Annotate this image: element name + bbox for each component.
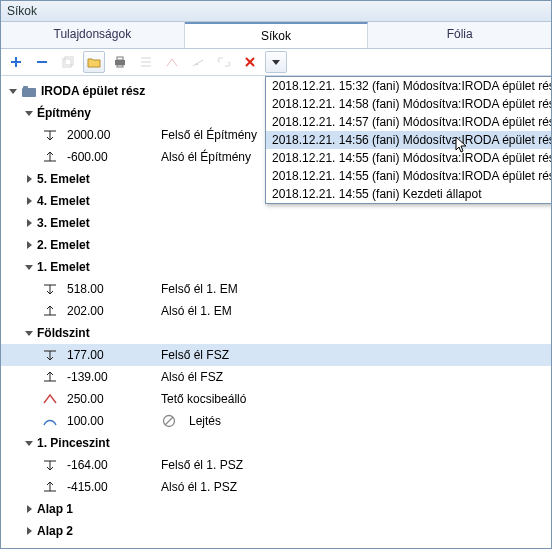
chevron-right-icon[interactable]: [23, 525, 35, 537]
history-item[interactable]: 2018.12.21. 14:55 (fani) Módosítva:IRODA…: [266, 167, 551, 185]
chevron-down-icon[interactable]: [23, 261, 35, 273]
tree-node-label: Alap 2: [37, 524, 73, 538]
open-folder-button[interactable]: [83, 51, 105, 73]
plane-value: -139.00: [67, 370, 131, 384]
svg-rect-6: [22, 88, 36, 97]
tree-node-label: 2. Emelet: [37, 238, 90, 252]
plane-row[interactable]: -139.00 Alsó él FSZ: [1, 366, 551, 388]
tree-node-label: 4. Emelet: [37, 194, 90, 208]
roof-button[interactable]: [161, 51, 183, 73]
tree-node-label: 5. Emelet: [37, 172, 90, 186]
svg-rect-3: [117, 57, 123, 60]
delete-button[interactable]: [239, 51, 261, 73]
chevron-right-icon[interactable]: [23, 217, 35, 229]
plane-desc-wrap: Lejtés: [161, 413, 221, 429]
slope-icon: [39, 414, 61, 428]
chevron-right-icon[interactable]: [23, 503, 35, 515]
tab-planes[interactable]: Síkok: [185, 22, 369, 48]
tree-node-floor[interactable]: 1. Emelet: [1, 256, 551, 278]
history-item[interactable]: 2018.12.21. 14:55 (fani) Módosítva:IRODA…: [266, 149, 551, 167]
plane-value: 177.00: [67, 348, 131, 362]
chevron-right-icon[interactable]: [23, 239, 35, 251]
tree-node-label: IRODA épület rész: [41, 84, 145, 98]
duplicate-button[interactable]: [57, 51, 79, 73]
history-item[interactable]: 2018.12.21. 15:32 (fani) Módosítva:IRODA…: [266, 77, 551, 95]
history-dropdown-menu[interactable]: 2018.12.21. 15:32 (fani) Módosítva:IRODA…: [265, 76, 551, 204]
levels-button[interactable]: [135, 51, 157, 73]
chevron-right-icon[interactable]: [23, 195, 35, 207]
svg-rect-4: [117, 65, 123, 67]
history-item[interactable]: 2018.12.21. 14:55 (fani) Kezdeti állapot: [266, 185, 551, 203]
plane-desc: Alsó él 1. PSZ: [161, 480, 237, 494]
chevron-down-icon[interactable]: [7, 85, 19, 97]
plane-desc: Felső él 1. PSZ: [161, 458, 243, 472]
slope-button[interactable]: [187, 51, 209, 73]
plane-value: -164.00: [67, 458, 131, 472]
plane-desc: Alsó él 1. EM: [161, 304, 232, 318]
plane-desc: Felső él FSZ: [161, 348, 229, 362]
roof-icon: [39, 392, 61, 406]
tree-content[interactable]: 2018.12.21. 15:32 (fani) Módosítva:IRODA…: [1, 76, 551, 548]
history-item[interactable]: 2018.12.21. 14:56 (fani) Módosítva:IRODA…: [266, 131, 551, 149]
bottom-edge-icon: [39, 149, 61, 165]
tree-node-label: Alap 1: [37, 502, 73, 516]
plane-row-roof[interactable]: 250.00 Tető kocsibeálló: [1, 388, 551, 410]
link-button[interactable]: [213, 51, 235, 73]
plane-row[interactable]: 177.00 Felső él FSZ: [1, 344, 551, 366]
tree-node-label: 1. Pinceszint: [37, 436, 110, 450]
print-button[interactable]: [109, 51, 131, 73]
history-item[interactable]: 2018.12.21. 14:57 (fani) Módosítva:IRODA…: [266, 113, 551, 131]
chevron-down-icon[interactable]: [23, 327, 35, 339]
top-edge-icon: [39, 127, 61, 143]
tab-foil[interactable]: Fólia: [368, 22, 551, 48]
plane-desc: Felső él 1. EM: [161, 282, 238, 296]
plane-row[interactable]: -164.00 Felső él 1. PSZ: [1, 454, 551, 476]
svg-rect-7: [23, 86, 28, 89]
planes-panel-window: Síkok Tulajdonságok Síkok Fólia: [0, 0, 552, 549]
history-dropdown-button[interactable]: [265, 51, 287, 73]
window-title: Síkok: [1, 1, 551, 22]
tree-node-foldszint[interactable]: Földszint: [1, 322, 551, 344]
tree-node-alap[interactable]: Alap 1: [1, 498, 551, 520]
no-entry-icon: [161, 413, 177, 429]
add-button[interactable]: [5, 51, 27, 73]
remove-button[interactable]: [31, 51, 53, 73]
svg-rect-0: [63, 59, 71, 67]
plane-desc: Alsó él Építmény: [161, 150, 251, 164]
plane-row-slope[interactable]: 100.00 Lejtés: [1, 410, 551, 432]
plane-row[interactable]: 202.00 Alsó él 1. EM: [1, 300, 551, 322]
plane-desc: Felső él Építmény: [161, 128, 257, 142]
plane-row[interactable]: -415.00 Alsó él 1. PSZ: [1, 476, 551, 498]
bottom-edge-icon: [39, 369, 61, 385]
chevron-down-icon[interactable]: [23, 107, 35, 119]
bottom-edge-icon: [39, 479, 61, 495]
plane-value: -600.00: [67, 150, 131, 164]
plane-value: -415.00: [67, 480, 131, 494]
plane-value: 518.00: [67, 282, 131, 296]
tree-node-pinceszint[interactable]: 1. Pinceszint: [1, 432, 551, 454]
tree-node-alap[interactable]: Alap 2: [1, 520, 551, 542]
plane-row[interactable]: 518.00 Felső él 1. EM: [1, 278, 551, 300]
tree-node-label: 1. Emelet: [37, 260, 90, 274]
svg-rect-2: [115, 60, 125, 65]
bottom-edge-icon: [39, 303, 61, 319]
tree-node-floor[interactable]: 2. Emelet: [1, 234, 551, 256]
tab-bar: Tulajdonságok Síkok Fólia: [1, 22, 551, 49]
plane-value: 2000.00: [67, 128, 131, 142]
top-edge-icon: [39, 281, 61, 297]
chevron-right-icon[interactable]: [23, 173, 35, 185]
history-item[interactable]: 2018.12.21. 14:58 (fani) Módosítva:IRODA…: [266, 95, 551, 113]
tree-node-floor[interactable]: 3. Emelet: [1, 212, 551, 234]
svg-rect-1: [65, 57, 73, 65]
tab-properties[interactable]: Tulajdonságok: [1, 22, 185, 48]
tree-node-label: Építmény: [37, 106, 91, 120]
plane-desc: Lejtés: [189, 414, 221, 428]
plane-desc: Alsó él FSZ: [161, 370, 223, 384]
plane-value: 202.00: [67, 304, 131, 318]
tree-node-label: 3. Emelet: [37, 216, 90, 230]
top-edge-icon: [39, 457, 61, 473]
toolbar: [1, 49, 551, 76]
plane-desc: Tető kocsibeálló: [161, 392, 246, 406]
chevron-down-icon[interactable]: [23, 437, 35, 449]
svg-point-5: [196, 63, 198, 65]
